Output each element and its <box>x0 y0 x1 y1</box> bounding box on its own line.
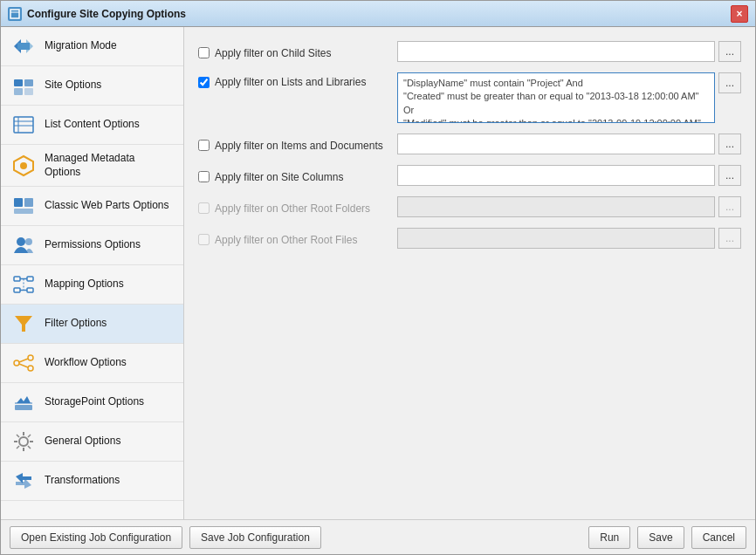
filter-input-group-other-root-files: ... <box>397 228 741 249</box>
filter-value-site-columns[interactable] <box>397 165 715 186</box>
filter-row-items-documents: Apply filter on Items and Documents ... <box>198 134 741 154</box>
svg-line-41 <box>28 435 31 437</box>
svg-rect-22 <box>27 288 33 292</box>
sidebar-item-list-content-options-label: List Content Options <box>45 118 140 132</box>
filter-checkbox-other-root-folders <box>198 202 210 214</box>
svg-rect-0 <box>10 10 19 18</box>
svg-line-42 <box>17 446 19 449</box>
content-area: Apply filter on Child Sites ... Apply fi… <box>184 27 755 519</box>
filter-checkbox-site-columns[interactable] <box>198 171 210 182</box>
sidebar-item-workflow-options-label: Workflow Options <box>45 356 127 370</box>
sidebar-item-transformations-label: Transformations <box>45 474 120 488</box>
svg-point-34 <box>19 437 28 446</box>
svg-marker-26 <box>15 316 32 332</box>
filter-text-other-root-files: Apply filter on Other Root Files <box>215 234 357 246</box>
sidebar: Migration Mode Site Options <box>1 27 184 519</box>
filter-btn-other-root-files: ... <box>718 228 741 249</box>
window-title: Configure Site Copying Options <box>27 8 731 20</box>
sidebar-item-storagepoint-options[interactable]: StoragePoint Options <box>1 383 183 422</box>
sidebar-item-managed-metadata-options-label: Managed Metadata Options <box>45 152 173 179</box>
svg-point-27 <box>14 360 19 366</box>
sidebar-item-list-content-options[interactable]: List Content Options <box>1 106 183 145</box>
filter-value-lists-libraries[interactable] <box>397 72 715 123</box>
mapping-icon <box>11 272 36 297</box>
filter-row-child-sites: Apply filter on Child Sites ... <box>198 41 741 62</box>
svg-rect-14 <box>14 198 23 207</box>
filter-label-site-columns: Apply filter on Site Columns <box>198 168 390 183</box>
sidebar-item-filter-options[interactable]: Filter Options <box>1 305 183 344</box>
filter-value-other-root-files <box>397 228 715 249</box>
filter-btn-items-documents[interactable]: ... <box>718 134 741 154</box>
filter-label-other-root-folders: Apply filter on Other Root Folders <box>198 200 390 215</box>
sidebar-item-general-options-label: General Options <box>45 435 120 449</box>
filter-row-site-columns: Apply filter on Site Columns ... <box>198 165 741 186</box>
filter-btn-lists-libraries[interactable]: ... <box>718 72 741 93</box>
webparts-icon <box>11 194 36 218</box>
sidebar-item-classic-web-parts-options[interactable]: Classic Web Parts Options <box>1 187 183 226</box>
svg-rect-4 <box>14 79 23 86</box>
sidebar-item-migration-mode[interactable]: Migration Mode <box>1 27 183 66</box>
filter-text-site-columns: Apply filter on Site Columns <box>215 171 343 183</box>
sidebar-item-site-options-label: Site Options <box>45 79 101 92</box>
filter-label-child-sites: Apply filter on Child Sites <box>198 45 390 59</box>
filter-btn-other-root-folders: ... <box>718 196 741 217</box>
svg-point-18 <box>25 238 32 245</box>
filter-checkbox-items-documents[interactable] <box>198 140 210 151</box>
svg-rect-16 <box>14 209 33 214</box>
sidebar-item-mapping-options[interactable]: Mapping Options <box>1 265 183 305</box>
save-job-configuration-button[interactable]: Save Job Configuration <box>189 526 321 549</box>
sidebar-item-migration-mode-label: Migration Mode <box>45 39 117 53</box>
filter-label-other-root-files: Apply filter on Other Root Files <box>198 231 390 246</box>
filter-icon <box>11 312 36 336</box>
configure-site-copying-options-window: Configure Site Copying Options × Migrati… <box>0 0 756 555</box>
filter-text-other-root-folders: Apply filter on Other Root Folders <box>215 202 370 215</box>
run-button[interactable]: Run <box>588 526 630 549</box>
title-bar: Configure Site Copying Options × <box>1 1 755 27</box>
svg-line-40 <box>28 446 31 449</box>
filter-text-items-documents: Apply filter on Items and Documents <box>215 140 383 152</box>
svg-rect-15 <box>24 198 33 207</box>
permissions-icon <box>11 233 36 257</box>
filter-input-group-child-sites: ... <box>397 41 741 62</box>
svg-rect-8 <box>14 117 33 133</box>
cancel-button[interactable]: Cancel <box>691 526 746 549</box>
svg-point-29 <box>28 366 33 371</box>
svg-rect-19 <box>14 277 20 281</box>
filter-input-group-other-root-folders: ... <box>397 196 741 217</box>
filter-input-group-items-documents: ... <box>397 134 741 154</box>
migration-icon <box>11 34 36 58</box>
filter-checkbox-other-root-files <box>198 234 210 245</box>
filter-input-group-site-columns: ... <box>397 165 741 186</box>
sidebar-item-managed-metadata-options[interactable]: Managed Metadata Options <box>1 145 183 187</box>
svg-line-30 <box>19 359 28 362</box>
filter-text-lists-libraries: Apply filter on Lists and Libraries <box>215 76 366 88</box>
bottom-bar: Open Existing Job Configuration Save Job… <box>1 519 755 554</box>
sidebar-item-workflow-options[interactable]: Workflow Options <box>1 344 183 383</box>
metadata-icon <box>11 154 36 178</box>
workflow-icon <box>11 351 36 375</box>
filter-input-group-lists-libraries: ... <box>397 72 741 123</box>
filter-value-items-documents[interactable] <box>397 134 715 154</box>
storagepoint-icon <box>11 390 36 415</box>
window-icon <box>8 7 22 21</box>
main-content: Migration Mode Site Options <box>1 27 755 519</box>
filter-label-lists-libraries: Apply filter on Lists and Libraries <box>198 72 390 88</box>
filter-btn-site-columns[interactable]: ... <box>718 165 741 186</box>
sidebar-item-site-options[interactable]: Site Options <box>1 66 183 106</box>
filter-value-child-sites[interactable] <box>397 41 715 62</box>
save-button[interactable]: Save <box>637 526 684 549</box>
filter-row-lists-libraries: Apply filter on Lists and Libraries ... <box>198 72 741 123</box>
svg-rect-6 <box>14 88 23 95</box>
sidebar-item-permissions-options[interactable]: Permissions Options <box>1 226 183 265</box>
filter-btn-child-sites[interactable]: ... <box>718 41 741 62</box>
filter-row-other-root-files: Apply filter on Other Root Files ... <box>198 228 741 249</box>
filter-checkbox-lists-libraries[interactable] <box>198 77 210 88</box>
svg-rect-5 <box>24 79 33 86</box>
svg-rect-7 <box>24 88 33 95</box>
filter-checkbox-child-sites[interactable] <box>198 47 210 58</box>
sidebar-item-general-options[interactable]: General Options <box>1 422 183 462</box>
open-existing-job-configuration-button[interactable]: Open Existing Job Configuration <box>10 526 182 549</box>
sidebar-item-storagepoint-options-label: StoragePoint Options <box>45 395 144 409</box>
sidebar-item-transformations[interactable]: Transformations <box>1 462 183 501</box>
close-button[interactable]: × <box>731 5 748 23</box>
